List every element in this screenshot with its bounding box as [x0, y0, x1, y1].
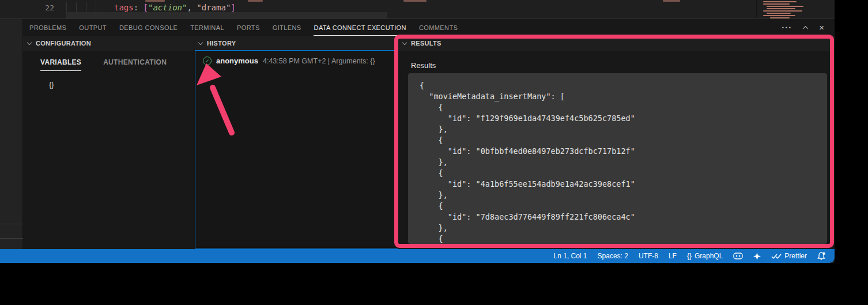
- copilot-icon[interactable]: [733, 252, 743, 260]
- tab-problems[interactable]: PROBLEMS: [23, 20, 73, 36]
- chevron-down-icon: [402, 40, 407, 44]
- double-check-icon: [771, 253, 782, 259]
- vscode-window: 22 tags: ["action", "drama"] PROBLEMS OU…: [0, 0, 835, 263]
- tab-label: PORTS: [237, 24, 260, 31]
- screenshot-canvas: 22 tags: ["action", "drama"] PROBLEMS OU…: [0, 0, 868, 305]
- results-header[interactable]: RESULTS: [398, 36, 835, 51]
- indent-guide: [66, 2, 67, 13]
- tab-ports[interactable]: PORTS: [231, 20, 266, 36]
- results-label: Results: [411, 61, 835, 70]
- history-section: HISTORY ✓ anonymous 4:43:58 PM GMT+2 | A…: [194, 36, 398, 249]
- tab-authentication[interactable]: AUTHENTICATION: [103, 58, 167, 71]
- indent-guide: [96, 2, 96, 13]
- tab-variables[interactable]: VARIABLES: [40, 58, 81, 71]
- indent-guide: [86, 2, 86, 13]
- sidebar-edge: [0, 19, 23, 249]
- tab-label: COMMENTS: [419, 24, 458, 31]
- minimap-line: [767, 13, 791, 14]
- indentation-indicator[interactable]: Spaces: 2: [598, 252, 628, 260]
- minimap-line: [763, 3, 790, 5]
- language-indicator[interactable]: {} GraphQL: [687, 252, 723, 260]
- minimap-line: [767, 8, 795, 9]
- sparkle-icon[interactable]: [753, 253, 761, 260]
- cursor-position[interactable]: Ln 1, Col 1: [554, 252, 587, 260]
- chevron-down-icon: [198, 40, 203, 44]
- tab-data-connect-execution[interactable]: DATA CONNECT EXECUTION: [308, 20, 413, 36]
- sidebar-section-divider: [0, 224, 23, 224]
- code-token-bracket: [: [144, 3, 148, 12]
- history-item-name: anonymous: [216, 57, 258, 65]
- panel-actions: ··· ×: [782, 24, 835, 32]
- minimap-line: [767, 6, 803, 7]
- chevron-down-icon: [27, 40, 32, 44]
- tab-terminal[interactable]: TERMINAL: [184, 20, 231, 36]
- code-token-bracket: ]: [231, 3, 235, 12]
- line-number: 22: [37, 3, 54, 12]
- code-token-string: "action": [148, 3, 187, 12]
- section-title: HISTORY: [207, 40, 236, 47]
- history-item[interactable]: ✓ anonymous 4:43:58 PM GMT+2 | Arguments…: [195, 51, 398, 65]
- code-token-property: tags: [114, 3, 134, 12]
- section-title: RESULTS: [411, 40, 441, 47]
- tab-output[interactable]: OUTPUT: [73, 20, 113, 36]
- tab-label: DEBUG CONSOLE: [119, 24, 178, 31]
- code-token-punctuation: :: [134, 3, 144, 12]
- minimap-line: [763, 15, 795, 16]
- success-check-icon: ✓: [203, 57, 212, 65]
- tab-label: TERMINAL: [190, 24, 224, 31]
- notifications-bell-icon[interactable]: [817, 252, 825, 261]
- variables-value[interactable]: {}: [49, 80, 194, 89]
- minimap[interactable]: [760, 1, 825, 19]
- results-output[interactable]: { "movieMetadata_insertMany": [ { "id": …: [408, 73, 827, 244]
- eol-indicator[interactable]: LF: [669, 252, 677, 260]
- code-token-punctuation: ,: [187, 3, 197, 12]
- minimap-divider: [756, 0, 757, 19]
- tab-label: OUTPUT: [79, 24, 107, 31]
- tab-label: PROBLEMS: [29, 24, 66, 31]
- sidebar-section-divider: [0, 238, 23, 239]
- minimap-line: [763, 1, 797, 2]
- code-fragment: [145, 0, 165, 2]
- minimap-line: [763, 10, 802, 12]
- configuration-section: CONFIGURATION VARIABLES AUTHENTICATION {…: [23, 36, 194, 249]
- data-connect-execution-panel: CONFIGURATION VARIABLES AUTHENTICATION {…: [23, 36, 835, 249]
- history-list: ✓ anonymous 4:43:58 PM GMT+2 | Arguments…: [195, 50, 398, 248]
- formatter-label: Prettier: [784, 252, 807, 260]
- code-fragment: [663, 0, 680, 2]
- tab-debug-console[interactable]: DEBUG CONSOLE: [113, 20, 184, 36]
- section-title: CONFIGURATION: [36, 40, 91, 47]
- editor-area: 22 tags: ["action", "drama"]: [0, 0, 835, 19]
- code-line: tags: ["action", "drama"]: [114, 3, 236, 12]
- code-fragment: [248, 0, 263, 2]
- configuration-header[interactable]: CONFIGURATION: [23, 36, 194, 51]
- formatter-indicator[interactable]: Prettier: [771, 252, 807, 260]
- more-actions-icon[interactable]: ···: [782, 25, 792, 31]
- results-section: RESULTS Results { "movieMetadata_insertM…: [398, 36, 835, 249]
- language-label: GraphQL: [695, 252, 723, 260]
- history-header[interactable]: HISTORY: [194, 36, 398, 51]
- history-item-meta: 4:43:58 PM GMT+2 | Arguments: {}: [263, 57, 375, 65]
- tab-gitlens[interactable]: GITLENS: [266, 20, 308, 36]
- tab-label: GITLENS: [273, 24, 301, 31]
- close-icon[interactable]: ×: [819, 24, 824, 32]
- encoding-indicator[interactable]: UTF-8: [639, 252, 658, 260]
- code-fragment: [403, 0, 427, 2]
- status-bar: Ln 1, Col 1 Spaces: 2 UTF-8 LF {} GraphQ…: [0, 249, 835, 263]
- chevron-up-icon[interactable]: [803, 25, 809, 31]
- results-json: { "movieMetadata_insertMany": [ { "id": …: [408, 73, 827, 244]
- tab-comments[interactable]: COMMENTS: [413, 20, 464, 36]
- panel-tab-bar: PROBLEMS OUTPUT DEBUG CONSOLE TERMINAL P…: [23, 20, 835, 36]
- current-line-highlight: [66, 12, 387, 19]
- braces-icon: {}: [687, 252, 692, 260]
- configuration-tabs: VARIABLES AUTHENTICATION: [23, 51, 194, 71]
- code-token-string: "drama": [197, 3, 231, 12]
- minimap-line: [770, 17, 790, 18]
- indent-guide: [76, 2, 77, 13]
- tab-label: DATA CONNECT EXECUTION: [314, 24, 406, 31]
